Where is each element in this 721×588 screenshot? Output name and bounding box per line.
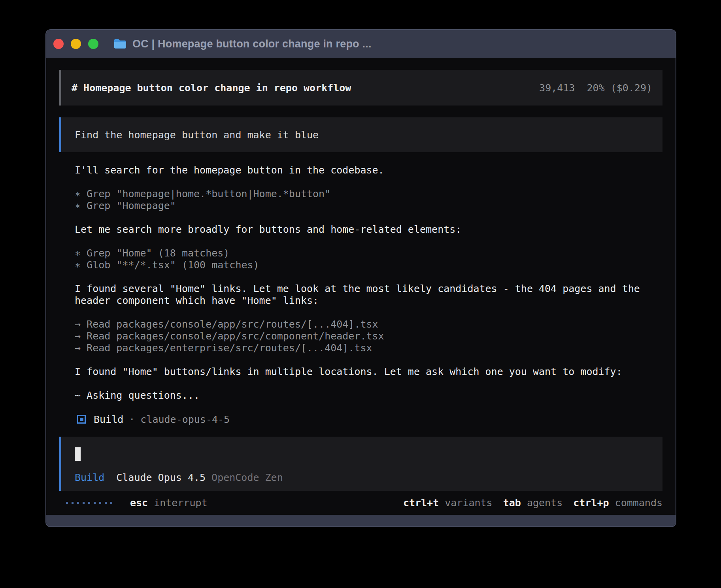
window-bottom-bar (46, 515, 676, 526)
spinner-dot (83, 502, 85, 504)
spinner-dot (110, 502, 112, 504)
tool-call-read: → Read packages/console/app/src/routes/[… (75, 318, 662, 330)
text-cursor (75, 447, 81, 461)
session-stats: 39,41320% ($0.29) (539, 82, 652, 94)
user-message: Find the homepage button and make it blu… (59, 117, 662, 152)
terminal-content: # Homepage button color change in repo w… (46, 58, 676, 515)
spinner-dot (99, 502, 101, 504)
spinner-dots (66, 502, 116, 504)
spinner-dot (88, 502, 90, 504)
input-model-label[interactable]: Claude Opus 4.5 (116, 472, 206, 483)
assistant-text: I found several "Home" links. Let me loo… (75, 283, 662, 295)
agent-badge: Build · claude-opus-4-5 (75, 413, 662, 425)
hint-commands: ctrl+p commands (573, 497, 662, 509)
close-button[interactable] (53, 39, 64, 49)
folder-icon (113, 38, 127, 49)
input-agent-label[interactable]: Build (75, 472, 104, 483)
hint-interrupt: esc interrupt (130, 497, 208, 509)
tool-call-grep: ∗ Grep "homepage|home.*button|Home.*butt… (75, 188, 662, 200)
hint-agents: tab agents (503, 497, 563, 509)
model-line: BuildClaude Opus 4.5 OpenCode Zen (75, 472, 649, 484)
assistant-transcript: I'll search for the homepage button in t… (75, 164, 662, 425)
token-count: 39,413 (539, 82, 575, 94)
spinner-dot (72, 502, 74, 504)
tool-call-grep: ∗ Grep "Home" (18 matches) (75, 247, 662, 259)
session-header: # Homepage button color change in repo w… (59, 70, 662, 106)
prompt-input[interactable]: BuildClaude Opus 4.5 OpenCode Zen (59, 437, 662, 491)
spinner-dot (105, 502, 107, 504)
spinner-dot (94, 502, 96, 504)
hint-variants: ctrl+t variants (403, 497, 493, 509)
tool-call-read: → Read packages/console/app/src/componen… (75, 330, 662, 342)
window-title: OC | Homepage button color change in rep… (132, 38, 372, 50)
assistant-text: I found "Home" buttons/links in multiple… (75, 366, 662, 378)
agent-name: Build (94, 414, 123, 425)
session-title: # Homepage button color change in repo w… (72, 82, 351, 94)
assistant-status: ~ Asking questions... (75, 390, 662, 401)
spinner-dot (77, 502, 79, 504)
terminal-window: OC | Homepage button color change in rep… (45, 29, 676, 527)
tool-call-read: → Read packages/enterprise/src/routes/[.… (75, 342, 662, 354)
agent-model: claude-opus-4-5 (140, 414, 230, 425)
status-bar: esc interrupt ctrl+t variants tab agents… (59, 497, 662, 509)
spinner-dot (66, 502, 68, 504)
assistant-text: header component which have "Home" links… (75, 295, 662, 307)
zoom-button[interactable] (88, 39, 98, 49)
minimize-button[interactable] (71, 39, 81, 49)
context-usage: 20% ($0.29) (587, 82, 652, 94)
agent-separator: · (129, 414, 135, 425)
assistant-text: I'll search for the homepage button in t… (75, 164, 662, 176)
build-agent-icon (77, 415, 86, 424)
tool-call-grep: ∗ Grep "Homepage" (75, 200, 662, 212)
assistant-text: Let me search more broadly for buttons a… (75, 224, 662, 236)
input-provider-label: OpenCode Zen (211, 472, 283, 483)
title-bar: OC | Homepage button color change in rep… (46, 30, 676, 58)
user-message-text: Find the homepage button and make it blu… (75, 129, 319, 141)
tool-call-glob: ∗ Glob "**/*.tsx" (100 matches) (75, 259, 662, 271)
